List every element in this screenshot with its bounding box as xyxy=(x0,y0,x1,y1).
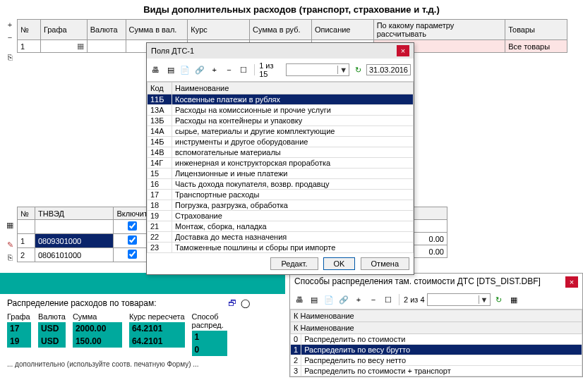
dialog-toolbar: 🖶 ▤ 📄 🔗 + − ☐ 1 из 15 ▼ ↻ 31.03.2016 xyxy=(147,59,414,82)
lbl-valuta: Валюта xyxy=(38,312,66,321)
filter-combo-2[interactable]: ▼ xyxy=(427,293,491,306)
ok-button[interactable]: OK xyxy=(323,257,356,270)
cell-val[interactable]: 0.00 xyxy=(413,245,447,258)
filter-combo[interactable]: ▼ xyxy=(286,63,349,76)
list-item[interactable]: 14Асырье, материалы и другие комплектующ… xyxy=(148,126,414,137)
close-icon-2[interactable]: × xyxy=(565,276,578,288)
copy-icon[interactable]: ⎘ xyxy=(3,53,17,66)
list-item[interactable]: 23Таможенные пошлины и сборы при импорте xyxy=(148,243,414,253)
list-item[interactable]: 11БКосвенные платежи в рублях xyxy=(148,94,414,105)
cell-tovary[interactable]: Все товары xyxy=(505,40,567,53)
col-valuta[interactable]: Валюта xyxy=(87,20,126,40)
print-icon[interactable]: 🖶 xyxy=(293,293,306,306)
new-icon[interactable]: ☐ xyxy=(382,293,395,306)
doc-icon[interactable]: 📄 xyxy=(323,293,335,306)
col-tnved[interactable]: ТНВЭД xyxy=(35,207,114,220)
col-kurs[interactable]: Курс xyxy=(188,20,250,40)
filter-icon[interactable]: ▤ xyxy=(164,63,177,76)
new-icon[interactable]: ☐ xyxy=(237,63,250,76)
remove-row-icon[interactable]: − xyxy=(3,33,17,46)
plus-icon[interactable]: + xyxy=(352,293,365,306)
list-item[interactable]: 13АРасходы на комиссионные и прочие услу… xyxy=(148,105,414,116)
minus-icon[interactable]: − xyxy=(367,293,380,306)
edit-button[interactable]: Редакт. xyxy=(270,257,318,270)
cell[interactable]: 2 xyxy=(18,248,35,262)
list-item[interactable]: 18Погрузка, разгрузка, обработка xyxy=(148,200,414,211)
cell-code: 22 xyxy=(148,232,172,243)
table-row[interactable] xyxy=(18,220,151,234)
list-item[interactable]: 14Ввспомогательные материалы xyxy=(148,147,414,158)
table-row[interactable]: 2 0806101000 xyxy=(18,248,151,262)
list-item[interactable]: 16Часть дохода покупателя, возвр. продав… xyxy=(148,179,414,190)
list-item[interactable]: 13БРасходы на контейнеры и упаковку xyxy=(148,116,414,126)
close-icon[interactable]: × xyxy=(397,45,409,56)
plus-icon[interactable]: + xyxy=(208,63,221,76)
col-num[interactable]: № xyxy=(18,20,41,40)
list-item[interactable]: 22Доставка до места назначения xyxy=(148,232,414,243)
col-param[interactable]: По какому параметру рассчитывать xyxy=(373,20,505,40)
col-tovary[interactable]: Товары xyxy=(505,20,567,40)
minus-icon[interactable]: − xyxy=(223,63,236,76)
lbl-kurs: Курс пересчета xyxy=(129,312,185,321)
list-item[interactable]: 14Гинженерная и конструкторская проработ… xyxy=(148,158,414,169)
edit-icon[interactable]: ✎ xyxy=(3,240,17,253)
list-item[interactable]: 15Лицензионные и иные платежи xyxy=(148,169,414,179)
cell-grafa[interactable]: ▦ xyxy=(40,40,87,53)
cell-valuta[interactable] xyxy=(87,40,126,53)
cell-code: 14Б xyxy=(148,137,172,147)
cell-name: Страхование xyxy=(172,211,414,221)
list-item[interactable]: 1Распределить по весу брутто xyxy=(291,345,582,355)
list-item[interactable]: 21Монтаж, сборка, наладка xyxy=(148,221,414,232)
cell[interactable]: 0809301000 xyxy=(35,234,114,248)
col-num2[interactable]: № xyxy=(18,207,35,220)
cell-name: Распределить по стоимости xyxy=(301,334,582,345)
col-summa-val[interactable]: Сумма в вал. xyxy=(126,20,188,40)
cell-code: 16 xyxy=(148,179,172,190)
list-item[interactable]: 17Транспортные расходы xyxy=(148,190,414,200)
cell-num[interactable]: 1 xyxy=(18,40,41,53)
hdr2[interactable]: К Наименование xyxy=(291,322,582,334)
list-item[interactable]: 2Распределить по весу нетто xyxy=(291,355,582,366)
cell-code: 14В xyxy=(148,147,172,158)
expand-icon[interactable]: ◯ xyxy=(241,298,250,308)
cell-val[interactable]: 0.00 xyxy=(413,233,447,245)
col-opis[interactable]: Описание xyxy=(311,20,373,40)
date-field[interactable]: 31.03.2016 xyxy=(366,64,411,75)
cell-name: Распределить по стоимости + транспорт xyxy=(301,366,582,376)
link-icon[interactable]: 🔗 xyxy=(193,63,206,76)
copy-icon-2[interactable]: ⎘ xyxy=(3,253,17,266)
refresh-icon[interactable]: ↻ xyxy=(493,293,505,306)
date-icon[interactable]: ▦ xyxy=(507,293,520,306)
popup-icon[interactable]: 🗗 xyxy=(228,298,236,308)
include-checkbox[interactable] xyxy=(128,235,137,245)
filter-icon[interactable]: ▤ xyxy=(308,293,320,306)
action-icon[interactable]: ▦ xyxy=(3,221,17,233)
include-checkbox[interactable] xyxy=(128,221,137,231)
cell[interactable]: 1 xyxy=(18,234,35,248)
cell-k: 0 xyxy=(291,334,301,345)
print-icon[interactable]: 🖶 xyxy=(150,63,162,76)
cell-name: сырье, материалы и другие комплектующие xyxy=(172,126,414,137)
cell-code: 18 xyxy=(148,200,172,211)
include-checkbox[interactable] xyxy=(128,250,137,259)
cell-k: 3 xyxy=(291,366,301,376)
col-summa-rub[interactable]: Сумма в руб. xyxy=(250,20,312,40)
col-grafa[interactable]: Графа xyxy=(40,20,87,40)
list-item[interactable]: 0Распределить по стоимости xyxy=(291,334,582,345)
col-name[interactable]: Наименование xyxy=(172,82,414,94)
list-item[interactable]: 14Бинструменты и другое оборудование xyxy=(148,137,414,147)
table-row[interactable]: 1 0809301000 xyxy=(18,234,151,248)
hdr1[interactable]: К Наименование xyxy=(291,310,582,322)
doc-icon[interactable]: 📄 xyxy=(179,63,191,76)
cell-code: 14Г xyxy=(148,158,172,169)
cell-name: вспомогательные материалы xyxy=(172,147,414,158)
col-incl[interactable]: Включит xyxy=(114,207,151,220)
add-row-icon[interactable]: + xyxy=(3,20,17,33)
list-item[interactable]: 3Распределить по стоимости + транспорт xyxy=(291,366,582,376)
list-item[interactable]: 19Страхование xyxy=(148,211,414,221)
cancel-button[interactable]: Отмена xyxy=(361,257,409,270)
cell[interactable]: 0806101000 xyxy=(35,248,114,262)
col-code[interactable]: Код xyxy=(148,82,172,94)
link-icon[interactable]: 🔗 xyxy=(337,293,350,306)
refresh-icon[interactable]: ↻ xyxy=(351,63,364,76)
